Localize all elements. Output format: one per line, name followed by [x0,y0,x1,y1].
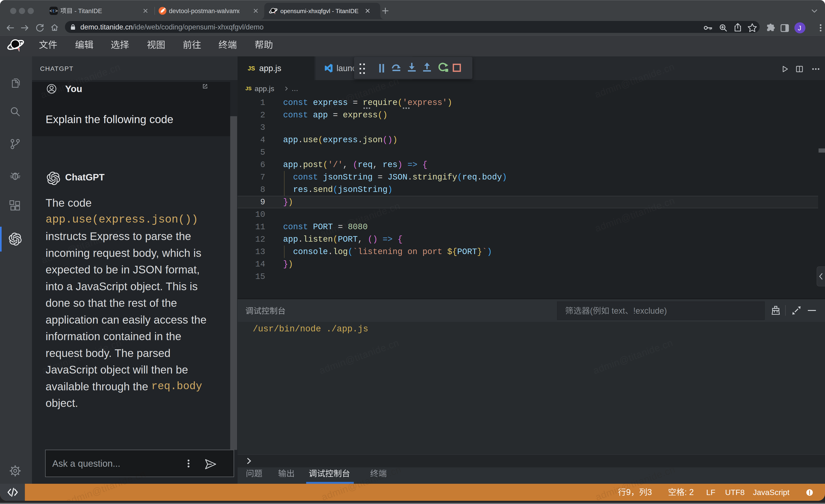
svg-text:: 2: : 2 [685,487,694,497]
svg-text:(: ( [590,306,593,316]
svg-text:3: 3 [647,487,652,497]
svg-text:!exclude): !exclude) [633,306,667,316]
svg-text:text: text [609,306,625,316]
svg-text:<t>: <t> [50,8,58,14]
svg-text:- TitanIDE: - TitanIDE [73,8,102,14]
